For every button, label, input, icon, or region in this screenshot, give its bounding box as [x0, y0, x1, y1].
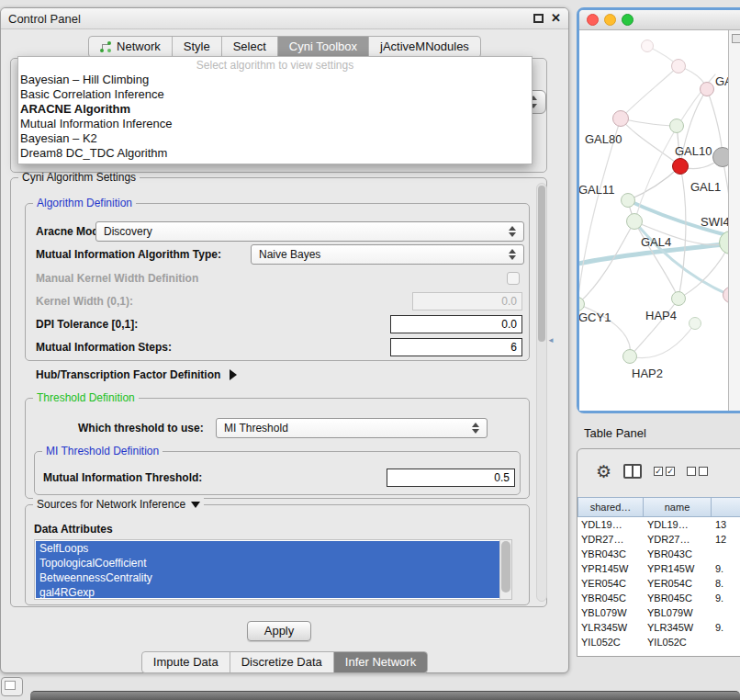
tab-cyni-toolbox[interactable]: Cyni Toolbox — [277, 37, 368, 57]
table-cell: YIL052C — [644, 635, 712, 649]
tab-jactivemnodules[interactable]: jActiveMNodules — [368, 37, 480, 57]
table-body: YDL19…YDL19…13YDR27…YDR27…12YBR043CYBR04… — [577, 517, 740, 656]
close-window-icon[interactable] — [587, 14, 599, 26]
network-node[interactable] — [626, 213, 643, 230]
network-node[interactable] — [612, 110, 629, 127]
table-cell: YDR27… — [644, 532, 712, 547]
mi-threshold-field[interactable]: 0.5 — [387, 469, 515, 487]
zoom-window-icon[interactable] — [622, 14, 633, 26]
table-row[interactable]: YBL079WYBL079W — [577, 605, 740, 620]
algorithm-option[interactable]: ARACNE Algorithm — [18, 102, 532, 117]
algorithm-option[interactable]: Bayesian – Hill Climbing — [18, 73, 532, 87]
algorithm-option-list: Bayesian – Hill ClimbingBasic Correlatio… — [18, 73, 532, 161]
data-attribute-item[interactable]: gal4RGexp — [36, 585, 499, 598]
threshold-definition-title: Threshold Definition — [33, 391, 139, 404]
table-cell — [712, 635, 740, 649]
data-attribute-item[interactable]: TopologicalCoefficient — [36, 556, 499, 570]
minimize-window-icon[interactable] — [604, 14, 616, 26]
network-node-label: GAL80 — [585, 132, 622, 146]
hub-definition-section[interactable]: Hub/Transcription Factor Definition — [36, 368, 237, 381]
manual-kernel-checkbox[interactable] — [507, 272, 520, 285]
hub-definition-label: Hub/Transcription Factor Definition — [36, 368, 220, 381]
table-row[interactable]: YDR27…YDR27…12 — [577, 532, 740, 547]
which-threshold-select[interactable]: MI Threshold — [216, 418, 488, 438]
table-row[interactable]: YPR145WYPR145W9. — [577, 561, 740, 576]
network-node[interactable] — [669, 119, 684, 133]
table-row[interactable]: YER054CYER054C8. — [577, 576, 740, 591]
table-cell: 9. — [712, 561, 740, 576]
expand-right-icon — [230, 369, 237, 380]
sources-title-text: Sources for Network Inference — [37, 498, 185, 511]
table-row[interactable]: YDL19…YDL19…13 — [577, 517, 740, 532]
data-attribute-item[interactable]: SelfLoops — [36, 541, 499, 556]
table-row[interactable]: YBR045CYBR045C9. — [577, 591, 740, 605]
dpi-tolerance-field[interactable]: 0.0 — [390, 315, 522, 333]
network-view-window: GAL2GAL80GAL10GAL11GAL1SWI4GAL4GCY1HAP4H… — [577, 7, 740, 413]
settings-scrollbar[interactable] — [536, 183, 547, 602]
cyni-settings-title: Cyni Algorithm Settings — [18, 171, 140, 184]
scroll-button-icon[interactable] — [732, 34, 740, 43]
algorithm-option[interactable]: Bayesian – K2 — [18, 131, 532, 146]
deselect-all-icon[interactable] — [687, 467, 708, 476]
attributes-scrollbar-thumb[interactable] — [501, 541, 510, 593]
tab-style[interactable]: Style — [172, 37, 221, 57]
algorithm-option[interactable]: Basic Correlation Inference — [18, 87, 532, 102]
control-panel-titlebar: Control Panel ✕ — [1, 8, 568, 29]
apply-button[interactable]: Apply — [247, 621, 311, 641]
manual-kernel-label: Manual Kernel Width Definition — [36, 272, 198, 285]
tab-network[interactable]: Network — [89, 37, 172, 57]
data-attribute-item[interactable]: BetweennessCentrality — [36, 570, 499, 585]
mi-steps-label: Mutual Information Steps: — [36, 341, 172, 354]
mi-steps-field[interactable]: 6 — [390, 338, 522, 356]
table-cell: 13 — [712, 517, 740, 532]
control-panel-tabs: NetworkStyleSelectCyni ToolboxjActiveMNo… — [88, 36, 481, 58]
which-threshold-value: MI Threshold — [224, 422, 288, 435]
splitter-collapse-icon[interactable]: ◄ — [547, 336, 555, 344]
checked-box-icon: ✓ — [654, 467, 663, 476]
network-node-label: GAL4 — [641, 235, 671, 249]
network-node[interactable] — [641, 40, 654, 52]
gear-icon[interactable]: ⚙ — [596, 463, 611, 480]
bottom-tab-discretize-data[interactable]: Discretize Data — [230, 652, 333, 672]
network-node[interactable] — [672, 158, 689, 175]
table-row[interactable]: YLR345WYLR345W9. — [577, 620, 740, 635]
settings-scrollbar-thumb[interactable] — [538, 186, 545, 342]
network-node[interactable] — [622, 349, 637, 364]
algorithm-option[interactable]: Mutual Information Inference — [18, 117, 532, 131]
attributes-scrollbar[interactable] — [499, 540, 511, 599]
network-node[interactable] — [689, 317, 701, 330]
network-node[interactable] — [621, 193, 635, 208]
network-node[interactable] — [671, 59, 686, 73]
algorithm-option[interactable]: Dream8 DC_TDC Algorithm — [18, 146, 532, 161]
network-node[interactable] — [671, 291, 686, 306]
column-header[interactable]: shared… — [577, 497, 644, 517]
aracne-mode-select[interactable]: Discovery — [95, 221, 524, 242]
bottom-tab-infer-network[interactable]: Infer Network — [333, 652, 427, 672]
table-row[interactable]: YBR043CYBR043C — [577, 547, 740, 561]
panel-title: Control Panel — [8, 12, 81, 26]
column-header[interactable]: name — [644, 497, 712, 517]
mi-threshold-label: Mutual Information Threshold: — [43, 471, 202, 484]
canvas-scrollbar[interactable] — [728, 30, 740, 411]
network-node[interactable] — [700, 82, 714, 96]
network-node-label: SWI4 — [701, 215, 730, 229]
network-node-label: HAP2 — [632, 367, 663, 380]
columns-icon[interactable] — [623, 464, 642, 479]
minimized-panel-icon[interactable] — [1, 677, 23, 696]
select-all-icon[interactable]: ✓✓ — [654, 467, 675, 476]
close-panel-icon[interactable]: ✕ — [551, 13, 561, 24]
kernel-width-field[interactable]: 0.0 — [412, 292, 522, 310]
bottom-tab-impute-data[interactable]: Impute Data — [142, 652, 230, 672]
network-canvas[interactable]: GAL2GAL80GAL10GAL11GAL1SWI4GAL4GCY1HAP4H… — [579, 30, 740, 411]
table-cell: YBL079W — [577, 605, 644, 620]
mi-threshold-group-title: MI Threshold Definition — [42, 445, 163, 457]
float-panel-icon[interactable] — [533, 14, 544, 23]
mi-type-select[interactable]: Naive Bayes — [251, 244, 524, 265]
tab-select[interactable]: Select — [221, 37, 277, 57]
network-node-label: GAL1 — [690, 180, 721, 194]
network-window-titlebar[interactable] — [579, 10, 740, 30]
table-cell: YLR345W — [577, 620, 644, 635]
sources-group-title[interactable]: Sources for Network Inference — [33, 498, 204, 511]
table-row[interactable]: YIL052CYIL052C — [577, 635, 740, 649]
column-header[interactable] — [712, 497, 740, 517]
